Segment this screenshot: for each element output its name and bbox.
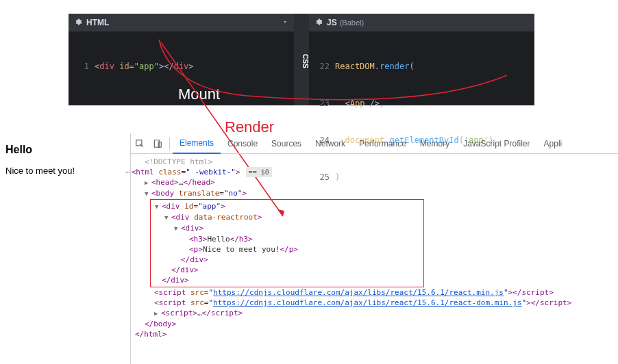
html-node[interactable]: ⋯ <html class=" -webkit-"> == $0: [131, 167, 618, 177]
tab-sources[interactable]: Sources: [264, 133, 308, 154]
tab-network[interactable]: Network: [308, 133, 352, 154]
chevron-down-icon[interactable]: [282, 18, 288, 27]
device-icon[interactable]: [149, 139, 166, 148]
p-node[interactable]: <p>Nice to meet you!</p>: [153, 244, 423, 255]
tab-jsprofiler[interactable]: JavaScript Profiler: [456, 133, 536, 154]
tab-elements[interactable]: Elements: [173, 133, 221, 154]
devtools-panel: Elements Console Sources Network Perform…: [130, 133, 618, 364]
gear-icon[interactable]: [314, 18, 323, 28]
devtools-toolbar: Elements Console Sources Network Perform…: [131, 133, 618, 154]
elements-tree[interactable]: <!DOCTYPE html> ⋯ <html class=" -webkit-…: [131, 154, 618, 342]
reactroot-node[interactable]: <div data-reactroot>: [153, 212, 423, 223]
gear-icon[interactable]: [74, 18, 82, 28]
js-panel-header[interactable]: JS (Babel): [309, 14, 534, 31]
code-editor: HTML 1<div id="app"></div> CSS JS (Babel…: [69, 14, 534, 105]
js-panel-subtitle: (Babel): [340, 18, 364, 27]
script2-node[interactable]: <script src="https://cdnjs.cloudflare.co…: [131, 298, 618, 308]
css-panel-tab[interactable]: CSS: [294, 14, 309, 105]
inspect-icon[interactable]: [131, 139, 149, 148]
doctype-node: <!DOCTYPE html>: [131, 157, 618, 167]
rendered-output: Hello Nice to meet you!: [0, 137, 130, 183]
tab-performance[interactable]: Performance: [352, 133, 413, 154]
app-div-node[interactable]: <div id="app">: [153, 201, 423, 212]
html-panel-header[interactable]: HTML: [69, 14, 294, 31]
js-panel-title: JS: [327, 18, 337, 27]
rendered-heading: Hello: [5, 144, 125, 156]
tab-application[interactable]: Appli: [537, 133, 569, 154]
annotation-mount: Mount: [178, 86, 220, 103]
js-panel: JS (Babel) 22ReactDOM.render( 23 <App />…: [309, 14, 534, 105]
h3-node[interactable]: <h3>Hello</h3>: [153, 234, 423, 244]
tab-memory[interactable]: Memory: [413, 133, 456, 154]
html-panel-title: HTML: [86, 18, 109, 27]
inner-div-node[interactable]: <div>: [153, 223, 423, 234]
body-node[interactable]: <body translate="no">: [131, 188, 618, 199]
head-node[interactable]: <head>…</head>: [131, 177, 618, 188]
script3-node[interactable]: <script>…</script>: [131, 308, 618, 319]
script1-node[interactable]: <script src="https://cdnjs.cloudflare.co…: [131, 287, 618, 298]
rendered-paragraph: Nice to meet you!: [5, 166, 125, 176]
tab-console[interactable]: Console: [221, 133, 264, 154]
